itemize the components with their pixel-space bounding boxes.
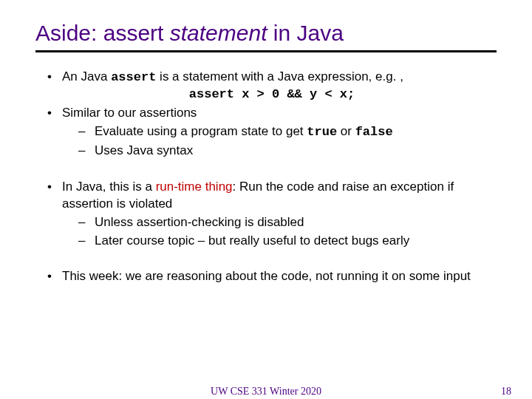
- b1-code: assert: [111, 70, 156, 84]
- b2-s1-mid: or: [337, 124, 355, 138]
- b3-s2: Later course topic – but really useful t…: [95, 233, 409, 248]
- bullet-2: Similar to our assertions Evaluate using…: [47, 105, 497, 160]
- b1-pre: An Java: [62, 69, 111, 83]
- title-italic: statement: [170, 21, 267, 45]
- b3-sub2: Later course topic – but really useful t…: [78, 233, 497, 250]
- bullet-4: This week: we are reasoning about the co…: [47, 268, 497, 285]
- page-number: 18: [501, 386, 511, 398]
- b1-post: is a statement with a Java expression, e…: [156, 69, 403, 83]
- b3-sub1: Unless assertion-checking is disabled: [78, 214, 497, 231]
- b4-text: This week: we are reasoning about the co…: [62, 269, 471, 283]
- bullet-1: An Java assert is a statement with a Jav…: [47, 69, 497, 103]
- b2-text: Similar to our assertions: [62, 106, 197, 120]
- bullet-3: In Java, this is a run-time thing: Run t…: [47, 179, 497, 250]
- slide-body: An Java assert is a statement with a Jav…: [35, 69, 497, 285]
- b3-red: run-time thing: [156, 180, 233, 194]
- bullet-3-sublist: Unless assertion-checking is disabled La…: [62, 214, 497, 250]
- b1-example: assert x > 0 && y < x;: [47, 86, 497, 103]
- b2-s1-false: false: [355, 125, 393, 139]
- b3-s1: Unless assertion-checking is disabled: [95, 215, 304, 229]
- b2-s2: Uses Java syntax: [95, 143, 193, 157]
- footer-course: UW CSE 331 Winter 2020: [0, 386, 532, 398]
- b3-pre: In Java, this is a: [62, 180, 156, 194]
- slide-title: Aside: assert statement in Java: [35, 21, 497, 46]
- slide: Aside: assert statement in Java An Java …: [0, 0, 532, 399]
- title-post: in Java: [267, 21, 343, 45]
- b2-sub1: Evaluate using a program state to get tr…: [78, 123, 497, 141]
- bullet-list: An Java assert is a statement with a Jav…: [35, 69, 497, 285]
- title-container: Aside: assert statement in Java: [35, 21, 497, 52]
- b2-sub2: Uses Java syntax: [78, 143, 497, 160]
- b2-s1-true: true: [307, 125, 337, 139]
- bullet-2-sublist: Evaluate using a program state to get tr…: [62, 123, 497, 160]
- b2-s1-pre: Evaluate using a program state to get: [95, 124, 307, 138]
- title-pre: Aside: assert: [35, 21, 170, 45]
